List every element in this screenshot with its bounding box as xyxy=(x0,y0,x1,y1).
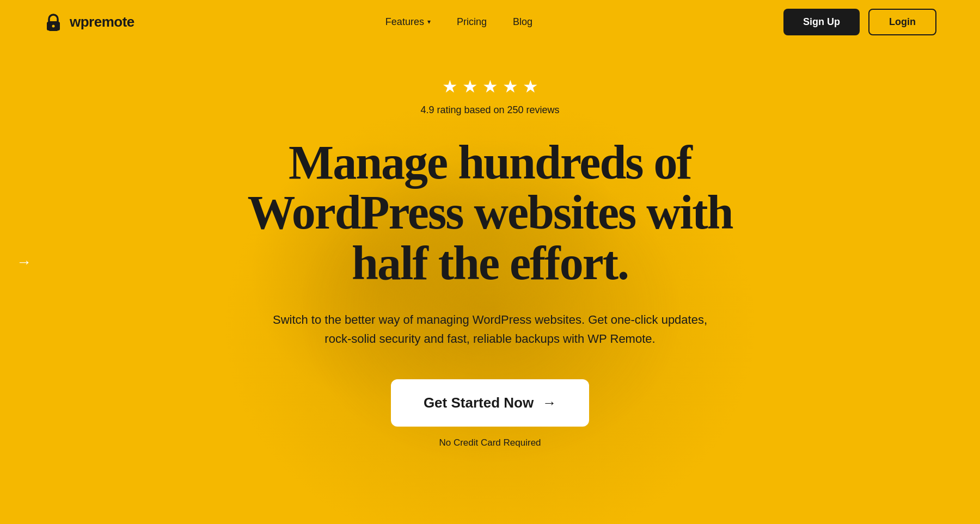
arrow-icon: → xyxy=(16,254,32,271)
cta-button[interactable]: Get Started Now → xyxy=(391,379,589,427)
hero-title-line2: WordPress websites with xyxy=(247,186,732,239)
star-rating: ★ ★ ★ ★ ★ xyxy=(442,76,538,97)
page-wrapper: → wpremote Features ▾ Pricing xyxy=(0,0,980,524)
signup-button[interactable]: Sign Up xyxy=(783,9,860,35)
logo-text: wpremote xyxy=(70,14,134,30)
nav-features[interactable]: Features ▾ xyxy=(385,16,431,28)
cta-label: Get Started Now xyxy=(424,394,534,411)
cta-arrow-icon: → xyxy=(542,394,556,411)
navbar-logo: wpremote xyxy=(44,12,134,32)
hero-title: Manage hundreds of WordPress websites wi… xyxy=(247,138,732,288)
logo-icon xyxy=(44,12,63,32)
login-button[interactable]: Login xyxy=(868,9,936,35)
side-nav-arrow[interactable]: → xyxy=(16,254,32,271)
navbar-right: Sign Up Login xyxy=(783,9,936,35)
hero-section: ★ ★ ★ ★ ★ 4.9 rating based on 250 review… xyxy=(0,44,980,448)
no-credit-text: No Credit Card Required xyxy=(439,437,541,448)
star-3: ★ xyxy=(482,76,498,97)
hero-subtitle: Switch to the better way of managing Wor… xyxy=(267,310,713,348)
hero-title-line3: half the effort. xyxy=(352,237,628,289)
star-5: ★ xyxy=(523,76,538,97)
navbar: wpremote Features ▾ Pricing Blog Sign Up… xyxy=(0,0,980,44)
navbar-center: Features ▾ Pricing Blog xyxy=(385,16,532,28)
logo-svg xyxy=(44,12,63,32)
hero-title-line1: Manage hundreds of xyxy=(289,136,691,189)
star-2: ★ xyxy=(462,76,478,97)
chevron-down-icon: ▾ xyxy=(427,18,431,26)
star-1: ★ xyxy=(442,76,458,97)
star-4: ★ xyxy=(503,76,518,97)
svg-point-2 xyxy=(52,25,55,28)
nav-pricing[interactable]: Pricing xyxy=(457,16,487,28)
nav-blog[interactable]: Blog xyxy=(513,16,532,28)
rating-text: 4.9 rating based on 250 reviews xyxy=(420,104,559,116)
